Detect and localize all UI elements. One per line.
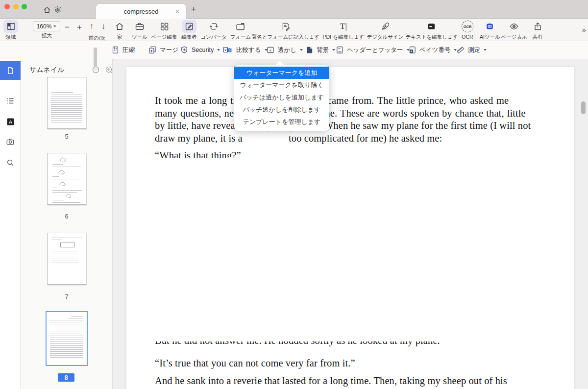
region-panel-button[interactable]: 領域 (3, 20, 18, 41)
share-label: 共有 (533, 34, 543, 41)
background-button[interactable]: 背景 (305, 41, 335, 59)
merge-button[interactable]: マージ (148, 41, 178, 59)
digital-sign-button[interactable]: デジタルサイン (367, 20, 403, 41)
chevron-down-icon (300, 49, 303, 51)
zoom-in-button[interactable]: + (74, 23, 84, 32)
bates-number-icon: # (408, 46, 416, 54)
pen-nib-icon (380, 22, 390, 31)
zoom-dropdown[interactable]: 160% (33, 21, 60, 31)
menu-item-batch-remove-watermark[interactable]: バッチ透かしを削除します (234, 103, 329, 116)
watermark-dropdown-menu: ウォーターマークを追加 ウォーターマークを取り除く バッチは透かしを追加します … (234, 65, 329, 131)
ocr-icon: OCR (462, 21, 473, 32)
menu-item-add-watermark[interactable]: ウォーターマークを追加 (234, 67, 329, 79)
compress-icon (111, 46, 120, 54)
document-tab[interactable]: compressed × (96, 4, 186, 19)
minimize-window-button[interactable] (13, 4, 19, 9)
previous-page-button[interactable]: ↑ (90, 22, 94, 31)
page-icon (6, 66, 15, 75)
editor-button[interactable]: 編集者 (181, 20, 197, 41)
thumbnail-page-7[interactable] (47, 233, 86, 285)
security-label: Security (192, 47, 214, 53)
text-edit-button[interactable]: テキストを編集します (406, 20, 458, 41)
editor-label: 編集者 (181, 34, 197, 41)
next-page-button[interactable]: ↓ (101, 22, 106, 31)
compress-button[interactable]: 圧縮 (111, 41, 135, 59)
doc-text-line: draw my plane, it is a (155, 133, 243, 144)
doc-text-line: And he sank into a reverie that lasted f… (155, 375, 507, 387)
thumbnail-page-6[interactable] (47, 153, 86, 205)
new-tab-button[interactable]: + (188, 3, 199, 15)
chevron-down-icon (53, 25, 56, 27)
security-button[interactable]: Security (180, 41, 220, 59)
pdf-edit-button[interactable]: T| PDFを編集します (323, 20, 365, 41)
camera-icon (6, 137, 15, 146)
form-icon (236, 22, 245, 31)
zoom-value: 160% (37, 23, 52, 30)
zoom-window-button[interactable] (22, 4, 27, 9)
thumbnail-page-number: 6 (47, 213, 86, 220)
thumbnail-page-8-selected[interactable] (46, 311, 88, 366)
page-edit-button[interactable]: ページ編集 (151, 20, 177, 41)
watermark-button[interactable]: a 透かし (266, 41, 303, 59)
shield-plus-icon (180, 46, 189, 54)
thumbnail-zoom-in-button[interactable] (105, 66, 113, 74)
thumbnail-panel-title: サムネイル (29, 66, 65, 74)
watermark-icon: a (266, 46, 275, 54)
plus-magnifier-icon (105, 66, 113, 74)
titlebar: 家 compressed × + (0, 0, 588, 19)
thumbnail-text-lines (51, 251, 78, 264)
digital-sign-label: デジタルサイン (367, 34, 403, 41)
sheep-sketch (58, 170, 67, 175)
form-button[interactable]: フォーム (230, 20, 251, 41)
converter-button[interactable]: コンバータ (200, 20, 226, 41)
bates-number-button[interactable]: # ベイツ番号 (408, 41, 457, 59)
tools-button[interactable]: ツール (132, 20, 147, 41)
sidebar-item-annotations[interactable]: A (0, 112, 21, 131)
sidebar-item-bookmarks[interactable] (0, 92, 21, 110)
measure-button[interactable]: 測定 (456, 41, 487, 59)
page-edit-label: ページ編集 (151, 34, 177, 41)
zoom-out-button[interactable]: − (62, 23, 72, 32)
thumbnail-panel-scrollbar[interactable] (94, 48, 97, 67)
sidebar-item-snapshot[interactable] (0, 132, 21, 151)
menu-item-batch-add-watermark[interactable]: バッチは透かしを追加します (234, 91, 329, 103)
sheep-sketch (59, 181, 68, 187)
document-area: It took me a long time to learn where he… (113, 59, 588, 389)
sign-fill-button[interactable]: 署名とフォームに記入します (252, 20, 319, 41)
measure-label: 測定 (468, 46, 480, 54)
text-cursor-icon: T| (340, 22, 347, 31)
share-button[interactable]: 共有 (530, 20, 545, 41)
doc-text-line: too complicated for me) he asked me: (289, 133, 442, 144)
svg-text:a: a (270, 48, 271, 52)
thumbnail-page-5[interactable] (47, 77, 86, 129)
tab-close-icon[interactable]: × (173, 7, 181, 15)
home-button[interactable]: 家 (112, 20, 127, 41)
menu-item-remove-watermark[interactable]: ウォーターマークを取り除く (234, 79, 329, 91)
thumbnail-text-lines (51, 95, 82, 122)
zoom-control[interactable]: 160% 拡大 (33, 20, 60, 39)
header-footer-icon (336, 46, 344, 54)
close-window-button[interactable] (4, 4, 10, 9)
menu-item-manage-templates[interactable]: テンプレートを管理します (234, 116, 329, 128)
grid-icon (159, 22, 169, 31)
svg-text:S: S (229, 49, 231, 52)
ocr-button[interactable]: OCR OCR (460, 20, 475, 40)
toolbar-overflow-button[interactable]: » (582, 25, 586, 34)
converter-label: コンバータ (200, 34, 226, 41)
eye-icon (509, 22, 519, 31)
header-footer-button[interactable]: ヘッダーとフッター (336, 41, 410, 59)
bates-number-label: ベイツ番号 (419, 46, 450, 54)
home-tab[interactable]: 家 (43, 4, 61, 15)
document-scrollbar[interactable] (581, 101, 586, 114)
tools-label: ツール (132, 34, 147, 41)
sidebar-item-search[interactable] (0, 153, 21, 172)
home-icon (115, 22, 124, 31)
ai-tools-label: AIツール (480, 34, 500, 41)
watermark-label: 透かし (278, 46, 296, 54)
page-view-button[interactable]: ページ表示 (501, 20, 527, 41)
ai-tools-button[interactable]: AIツール (480, 20, 500, 41)
list-icon (6, 97, 15, 105)
compare-button[interactable]: VS 比較する (222, 41, 268, 59)
sidebar-item-thumbnails[interactable] (0, 61, 21, 80)
thumbnail-page-number-badge: 8 (58, 373, 74, 382)
